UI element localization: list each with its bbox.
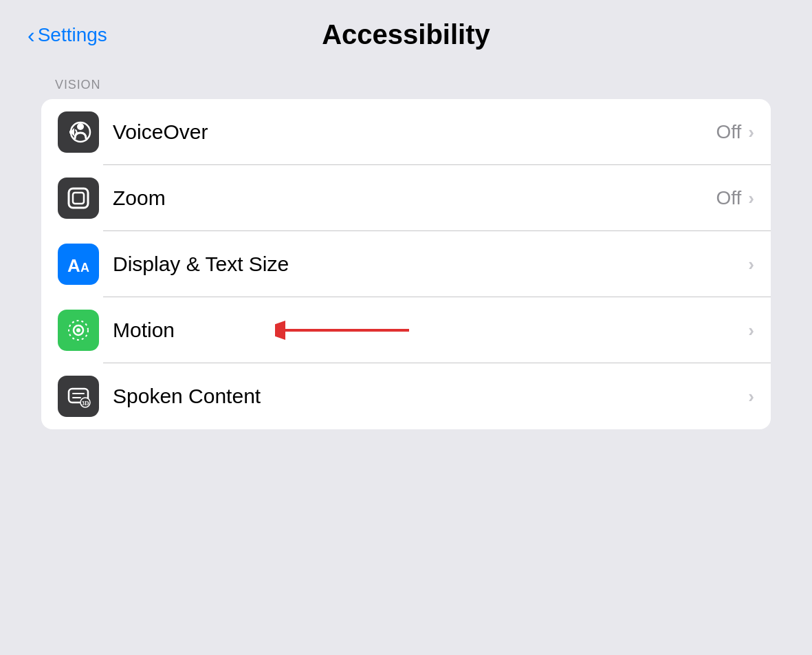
- zoom-value: Off: [716, 187, 741, 209]
- motion-row[interactable]: Motion ›: [41, 297, 771, 363]
- svg-text:A: A: [80, 261, 89, 275]
- svg-rect-2: [69, 189, 88, 208]
- voiceover-chevron-icon: ›: [748, 122, 754, 143]
- svg-text:A: A: [67, 255, 80, 276]
- zoom-row[interactable]: Zoom Off ›: [41, 165, 771, 231]
- display-text-icon: A A: [58, 244, 99, 285]
- back-button[interactable]: ‹ Settings: [28, 24, 107, 46]
- svg-point-8: [76, 328, 80, 332]
- spoken-content-label: Spoken Content: [113, 385, 748, 408]
- page-title: Accessibility: [322, 19, 490, 50]
- voiceover-icon: [58, 111, 99, 153]
- settings-group: VoiceOver Off › Zoom Off ›: [41, 99, 771, 429]
- svg-text:3D: 3D: [82, 400, 90, 407]
- svg-point-0: [77, 123, 84, 130]
- content: VISION VoiceOver Off ›: [0, 64, 812, 443]
- display-text-size-chevron-icon: ›: [748, 254, 754, 275]
- zoom-chevron-icon: ›: [748, 188, 754, 209]
- voiceover-label: VoiceOver: [113, 120, 716, 144]
- motion-label: Motion: [113, 319, 748, 342]
- spoken-content-icon: 3D: [58, 376, 99, 417]
- zoom-icon: [58, 178, 99, 219]
- display-text-size-label: Display & Text Size: [113, 253, 748, 276]
- motion-icon: [58, 310, 99, 351]
- back-chevron-icon: ‹: [28, 24, 35, 46]
- motion-chevron-icon: ›: [748, 320, 754, 341]
- svg-rect-3: [73, 193, 84, 204]
- back-label: Settings: [38, 24, 107, 46]
- display-text-size-row[interactable]: A A Display & Text Size ›: [41, 231, 771, 297]
- vision-section-header: VISION: [41, 78, 771, 99]
- spoken-content-chevron-icon: ›: [748, 386, 754, 407]
- header: ‹ Settings Accessibility: [0, 0, 812, 64]
- voiceover-row[interactable]: VoiceOver Off ›: [41, 99, 771, 165]
- spoken-content-row[interactable]: 3D Spoken Content ›: [41, 363, 771, 429]
- zoom-label: Zoom: [113, 186, 716, 210]
- voiceover-value: Off: [716, 121, 741, 143]
